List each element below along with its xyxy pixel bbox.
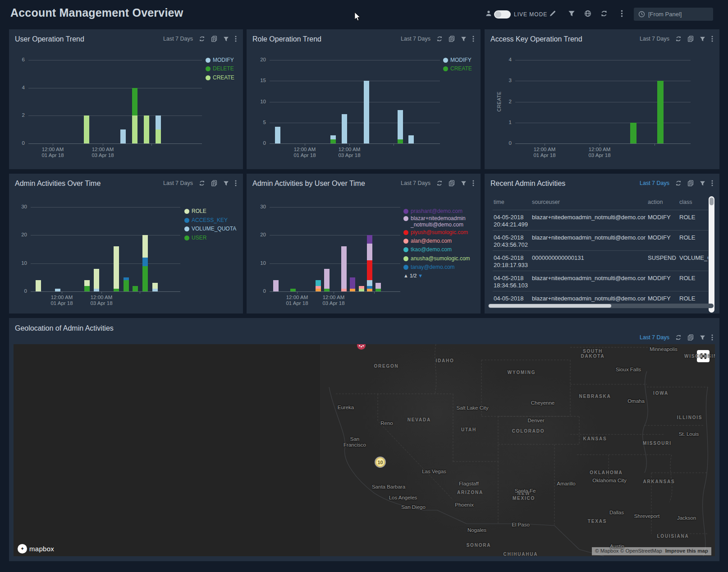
horizontal-scrollbar[interactable]: [488, 304, 714, 308]
page-down-icon[interactable]: ▼: [417, 273, 423, 278]
bar-segment[interactable]: [342, 114, 347, 143]
legend-label[interactable]: tanay@demo.com: [411, 264, 455, 270]
bar-segment[interactable]: [152, 283, 158, 288]
legend-label[interactable]: alan@demo.com: [411, 238, 452, 244]
bar-segment[interactable]: [350, 277, 355, 289]
mapbox-logo[interactable]: ✦ mapbox: [18, 544, 54, 554]
bar-segment[interactable]: [120, 129, 126, 143]
bar-segment[interactable]: [142, 258, 148, 266]
bar-segment[interactable]: [124, 277, 129, 280]
scrollbar-thumb[interactable]: [710, 198, 714, 205]
column-header-class[interactable]: class: [679, 199, 692, 205]
legend-label[interactable]: anusha@sumologic.com: [411, 255, 470, 262]
bar-segment[interactable]: [375, 289, 381, 291]
bar-segment[interactable]: [142, 235, 148, 258]
bar-segment[interactable]: [330, 139, 336, 143]
legend-label[interactable]: piyush@sumologic.com: [411, 229, 468, 235]
bar-segment[interactable]: [367, 244, 372, 260]
page-up-icon[interactable]: ▲: [403, 273, 410, 278]
bar-segment[interactable]: [359, 286, 364, 289]
bar-segment[interactable]: [367, 235, 372, 244]
bar-segment[interactable]: [142, 266, 148, 291]
legend-label[interactable]: CREATE: [213, 74, 234, 81]
refresh-icon[interactable]: [600, 10, 608, 19]
bar-segment[interactable]: [144, 115, 149, 143]
map-state-label: MEXICO: [513, 496, 535, 501]
legend-label[interactable]: blazar+nitedemoadmin: [411, 215, 466, 221]
bar-segment[interactable]: [156, 129, 161, 143]
bar-segment[interactable]: [132, 88, 137, 116]
legend-label[interactable]: USER: [192, 235, 206, 241]
bar-segment[interactable]: [367, 280, 372, 286]
bar-segment[interactable]: [324, 289, 330, 291]
copy-icon[interactable]: [687, 334, 694, 341]
bar-segment[interactable]: [398, 139, 403, 143]
legend-label[interactable]: VOLUME_QUOTA: [192, 226, 236, 232]
column-header-sourceuser[interactable]: sourceuser: [532, 199, 560, 205]
column-header-action[interactable]: action: [648, 199, 663, 205]
more-icon[interactable]: [711, 334, 713, 341]
bar-segment[interactable]: [398, 110, 403, 139]
legend-label[interactable]: prashant@demo.com: [411, 208, 462, 214]
globe-icon[interactable]: [584, 10, 591, 19]
legend-label[interactable]: tkao@demo.com: [411, 246, 452, 253]
bar-segment[interactable]: [359, 289, 364, 291]
time-range-label[interactable]: Last 7 Days: [640, 334, 669, 341]
legend-label[interactable]: MODIFY: [450, 57, 472, 63]
bar-segment[interactable]: [316, 280, 321, 286]
legend-label[interactable]: CREATE: [450, 65, 472, 72]
bar-segment[interactable]: [367, 286, 372, 289]
edit-icon[interactable]: [549, 10, 556, 19]
legend-label[interactable]: ROLE: [192, 208, 206, 214]
bar-segment[interactable]: [152, 289, 158, 291]
bar-segment[interactable]: [36, 280, 41, 291]
bar-segment[interactable]: [55, 289, 60, 291]
bar-segment[interactable]: [408, 135, 414, 144]
bar-segment[interactable]: [316, 289, 321, 291]
legend-label[interactable]: ACCESS_KEY: [192, 217, 228, 223]
improve-map-link[interactable]: Improve this map: [665, 548, 708, 554]
bar-segment[interactable]: [350, 289, 355, 291]
bar-segment[interactable]: [375, 283, 381, 288]
filter-icon[interactable]: [568, 10, 575, 19]
bar-segment[interactable]: [84, 115, 89, 143]
x-tick-label-line: 03 Apr 18: [312, 300, 355, 306]
map-cluster-marker-yellow[interactable]: 10: [375, 457, 385, 467]
bar-segment[interactable]: [275, 127, 280, 143]
user-icon[interactable]: [485, 10, 492, 19]
legend-label[interactable]: DELETE: [213, 65, 234, 72]
geolocation-map[interactable]: 10 ✦ mapbox © Mapbox © OpenStreetMapImpr…: [14, 344, 715, 556]
bar-segment[interactable]: [316, 286, 321, 289]
bar-segment[interactable]: [367, 289, 372, 291]
bar-segment[interactable]: [114, 289, 119, 291]
bar-segment[interactable]: [324, 269, 330, 289]
attribution-text[interactable]: © Mapbox © OpenStreetMap: [595, 548, 662, 554]
filter-icon[interactable]: [700, 335, 705, 341]
bar-segment[interactable]: [273, 280, 279, 291]
legend-label[interactable]: MODIFY: [213, 57, 234, 63]
bar-segment[interactable]: [94, 289, 99, 291]
refresh-icon[interactable]: [675, 334, 682, 341]
bar-segment[interactable]: [364, 81, 369, 143]
bar-segment[interactable]: [114, 246, 119, 289]
bar-segment[interactable]: [330, 135, 336, 139]
bar-segment[interactable]: [630, 123, 636, 143]
bar-segment[interactable]: [156, 115, 161, 129]
bar-segment[interactable]: [124, 280, 129, 291]
bar-segment[interactable]: [341, 246, 347, 289]
bar-segment[interactable]: [290, 289, 296, 291]
bar-segment[interactable]: [367, 260, 372, 280]
bar-segment[interactable]: [84, 280, 90, 286]
bar-segment[interactable]: [132, 115, 137, 143]
more-icon[interactable]: [621, 10, 623, 19]
time-range-selector[interactable]: [From Panel]: [634, 8, 713, 21]
bar-segment[interactable]: [133, 286, 138, 291]
column-header-time[interactable]: time: [494, 199, 504, 205]
bar-segment[interactable]: [341, 289, 347, 291]
scrollbar-thumb[interactable]: [489, 304, 611, 308]
bar-segment[interactable]: [94, 269, 99, 289]
live-mode-toggle[interactable]: [494, 10, 511, 18]
vertical-scrollbar[interactable]: [709, 196, 714, 313]
bar-segment[interactable]: [84, 286, 90, 291]
bar-segment[interactable]: [657, 81, 664, 143]
